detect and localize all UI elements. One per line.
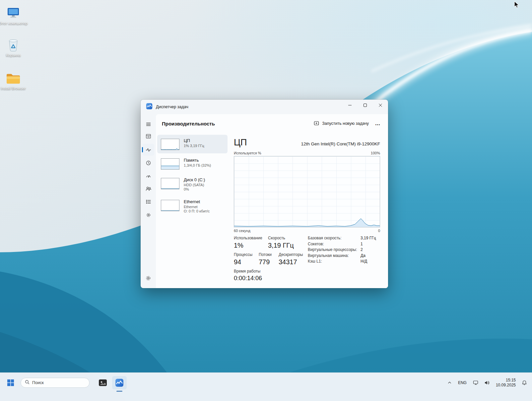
recycle-bin-icon: [0, 37, 28, 52]
perf-item-title: Диск 0 (C:): [184, 177, 205, 182]
taskbar-clock[interactable]: 15:15 10.09.2025: [494, 378, 518, 388]
stat-l1-cache: Кэш L1: Н/Д: [308, 259, 381, 265]
tray-volume-icon[interactable]: [483, 377, 492, 389]
graph-axis-time-label: 60 секунд: [234, 229, 250, 233]
taskbar: Поиск: [0, 372, 532, 401]
stat-usage: Использование 1%: [234, 236, 262, 249]
hamburger-menu-icon[interactable]: [142, 118, 154, 130]
taskbar-task-manager-icon[interactable]: [112, 376, 127, 389]
stat-base-speed: Базовая скорость: 3,19 ГГц: [308, 236, 381, 242]
nav-performance-icon[interactable]: [142, 144, 154, 156]
perf-item-title: Ethernet: [184, 199, 210, 204]
stat-uptime: Время работы 0:00:14:06: [234, 269, 262, 282]
perf-item-title: Память: [184, 158, 211, 163]
perf-item-sub: Ethernet: [184, 205, 210, 209]
ethernet-mini-graph: [161, 200, 179, 211]
perf-item-sub: 1% 3,19 ГГц: [184, 144, 204, 148]
performance-list: ЦП 1% 3,19 ГГц Память 1,3/4,0 ГБ (32%): [157, 135, 228, 218]
graph-axis-max-label: 100%: [371, 151, 380, 155]
desktop-icon-label: Этот компьютер: [0, 21, 28, 26]
stat-processes: Процессы 94: [234, 252, 252, 266]
nav-details-icon[interactable]: [142, 196, 154, 207]
search-placeholder: Поиск: [32, 380, 44, 385]
selected-indicator: [142, 147, 143, 152]
desktop-icon-label: Install Browser: [0, 86, 28, 91]
nav-services-icon[interactable]: [142, 209, 154, 221]
toolbar: Производительность Запустить новую задач…: [156, 114, 388, 133]
perf-item-sub2: О: 0 П: 0 кбит/с: [184, 209, 210, 213]
desktop-icon-install-browser[interactable]: Install Browser: [0, 70, 28, 91]
graph-axis-usage-label: Используется %: [234, 151, 261, 155]
nav-startup-apps-icon[interactable]: [142, 170, 154, 182]
stat-handles: Дескрипторы 34317: [279, 252, 303, 266]
search-input[interactable]: Поиск: [21, 378, 90, 388]
perf-item-title: ЦП: [184, 138, 204, 143]
desktop-icon-label: Корзина: [0, 53, 28, 57]
cpu-right-stats: Базовая скорость: 3,19 ГГц Сокетов: 1 Ви…: [308, 236, 381, 265]
desktop-icon-this-pc[interactable]: Этот компьютер: [0, 5, 28, 26]
stat-threads: Потоки 779: [259, 252, 272, 266]
nav-users-icon[interactable]: [142, 183, 154, 195]
desktop-icon-recycle-bin[interactable]: Корзина: [0, 37, 28, 57]
maximize-button[interactable]: [358, 100, 373, 111]
stat-sockets: Сокетов: 1: [308, 242, 381, 248]
search-icon: [25, 380, 30, 385]
more-options-button[interactable]: …: [372, 119, 383, 128]
notifications-bell-icon[interactable]: [520, 377, 529, 389]
perf-item-sub: HDD (SATA): [184, 183, 205, 187]
perf-item-memory[interactable]: Память 1,3/4,0 ГБ (32%): [157, 154, 228, 173]
cpu-model: 12th Gen Intel(R) Core(TM) i9-12900KF: [301, 141, 380, 148]
tray-overflow-chevron-icon[interactable]: [446, 377, 453, 389]
perf-item-cpu[interactable]: ЦП 1% 3,19 ГГц: [157, 135, 228, 153]
tray-time: 15:15: [496, 378, 516, 383]
cpu-usage-graph[interactable]: [234, 156, 380, 227]
tray-monitor-icon[interactable]: [471, 377, 480, 389]
run-new-task-icon: [314, 120, 319, 127]
close-button[interactable]: [373, 100, 388, 111]
nav-processes-icon[interactable]: [142, 130, 154, 142]
cpu-details-pane: ЦП 12th Gen Intel(R) Core(TM) i9-12900KF…: [234, 135, 381, 288]
stat-virtual-machine: Виртуальная машина: Да: [308, 253, 381, 259]
memory-mini-graph: [161, 158, 179, 170]
cpu-mini-graph: [161, 139, 179, 150]
window-title: Диспетчер задач: [156, 105, 188, 109]
content-card: Производительность Запустить новую задач…: [156, 114, 388, 288]
tray-date: 10.09.2025: [496, 383, 516, 388]
nav-app-history-icon[interactable]: [142, 157, 154, 169]
graph-axis-zero-label: 0: [378, 229, 380, 233]
perf-item-sub: 1,3/4,0 ГБ (32%): [184, 163, 211, 168]
stat-virtual-processors: Виртуальные процессоры: 2: [308, 247, 381, 253]
stat-speed: Скорость 3,19 ГГц: [268, 236, 294, 249]
folder-icon: [0, 70, 28, 85]
task-manager-window: Диспетчер задач: [141, 100, 388, 288]
disk-mini-graph: [161, 178, 179, 189]
perf-item-sub2: 0%: [184, 187, 205, 192]
task-manager-app-icon: [146, 103, 153, 111]
perf-item-disk[interactable]: Диск 0 (C:) HDD (SATA) 0%: [157, 174, 228, 195]
start-button[interactable]: [4, 376, 17, 389]
run-new-task-button[interactable]: Запустить новую задачу: [310, 118, 372, 129]
settings-gear-icon[interactable]: [142, 272, 154, 284]
tray-language-indicator[interactable]: ENG: [456, 377, 469, 389]
run-new-task-label: Запустить новую задачу: [322, 121, 369, 126]
active-app-indicator: [116, 391, 122, 392]
desktop-screen: Этот компьютер Корзина Install Browser: [0, 0, 532, 401]
pinned-app-icon[interactable]: [96, 376, 110, 389]
this-pc-icon: [0, 5, 28, 20]
perf-item-ethernet[interactable]: Ethernet Ethernet О: 0 П: 0 кбит/с: [157, 196, 228, 217]
nav-rail: [141, 114, 156, 288]
minimize-button[interactable]: [342, 100, 358, 111]
cpu-heading: ЦП: [234, 137, 247, 148]
page-title: Производительность: [162, 121, 215, 126]
